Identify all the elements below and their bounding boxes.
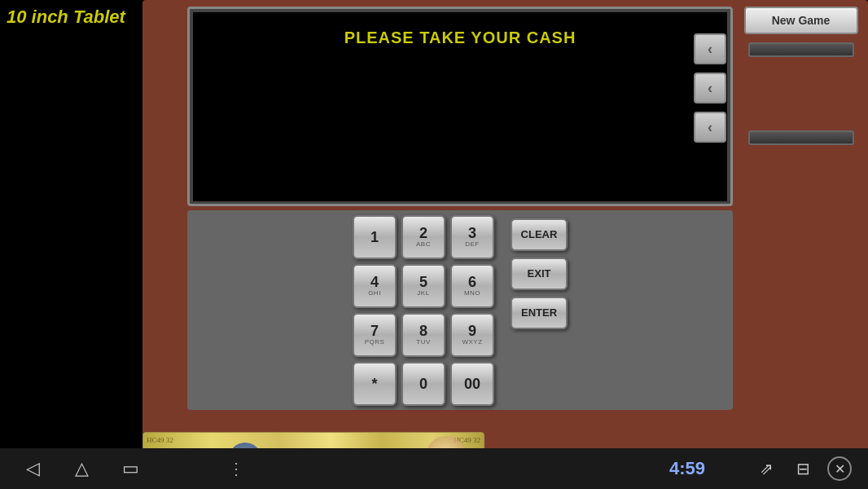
screen-message: PLEASE TAKE YOUR CASH [344, 29, 576, 47]
screen-panel: › › › PLEASE TAKE YOUR CASH ‹ ‹ ‹ [187, 7, 733, 206]
key-7[interactable]: 7 PQRS [353, 313, 397, 357]
key-2[interactable]: 2 ABC [401, 215, 445, 259]
key-8[interactable]: 8 TUV [401, 313, 445, 357]
slot-top [748, 42, 854, 57]
key-00[interactable]: 00 [450, 362, 494, 406]
recent-button[interactable]: ▭ [114, 452, 147, 485]
key-9[interactable]: 9 WXYZ [450, 313, 494, 357]
right-btn-2[interactable]: ‹ [694, 112, 726, 143]
key-3[interactable]: 3 DEF [450, 215, 494, 259]
key-0[interactable]: 0 [401, 362, 445, 406]
keypad-wrapper: 1 2 ABC 3 DEF 4 GHI 5 JKL [353, 215, 568, 406]
right-panel: New Game [742, 7, 860, 145]
home-button[interactable]: △ [65, 452, 98, 485]
right-side-buttons: ‹ ‹ ‹ [694, 33, 726, 143]
bottom-time: 4:59 [669, 458, 705, 479]
bottom-right-icons: ⇗ ⊟ ✕ [754, 456, 852, 481]
right-btn-1[interactable]: ‹ [694, 73, 726, 104]
exit-button[interactable]: EXIT [511, 258, 568, 290]
key-star[interactable]: * [353, 362, 397, 406]
new-game-button[interactable]: New Game [744, 7, 858, 34]
screen-inner: PLEASE TAKE YOUR CASH [193, 12, 727, 201]
keypad-area: 1 2 ABC 3 DEF 4 GHI 5 JKL [187, 210, 733, 410]
clear-button[interactable]: CLEAR [511, 218, 568, 251]
numpad: 1 2 ABC 3 DEF 4 GHI 5 JKL [353, 215, 494, 406]
atm-container: › › › PLEASE TAKE YOUR CASH ‹ ‹ ‹ New Ga… [142, 0, 868, 452]
slot-bottom [748, 130, 854, 145]
enter-button[interactable]: ENTER [511, 297, 568, 329]
device-label: 10 inch Tablet [7, 7, 125, 28]
screen-icon[interactable]: ⊟ [791, 456, 815, 481]
note-serial-left: HC49 32 [147, 436, 173, 444]
close-icon[interactable]: ✕ [827, 456, 852, 481]
key-1[interactable]: 1 [353, 215, 397, 259]
share-icon[interactable]: ⇗ [754, 456, 778, 481]
key-4[interactable]: 4 GHI [353, 264, 397, 308]
bottom-bar: ◁ △ ▭ ⋮ 4:59 ⇗ ⊟ ✕ [0, 448, 868, 489]
menu-dots[interactable]: ⋮ [228, 459, 244, 478]
key-6[interactable]: 6 MNO [450, 264, 494, 308]
key-5[interactable]: 5 JKL [401, 264, 445, 308]
back-button[interactable]: ◁ [16, 452, 49, 485]
action-buttons: CLEAR EXIT ENTER [511, 218, 568, 329]
right-btn-0[interactable]: ‹ [694, 33, 726, 64]
